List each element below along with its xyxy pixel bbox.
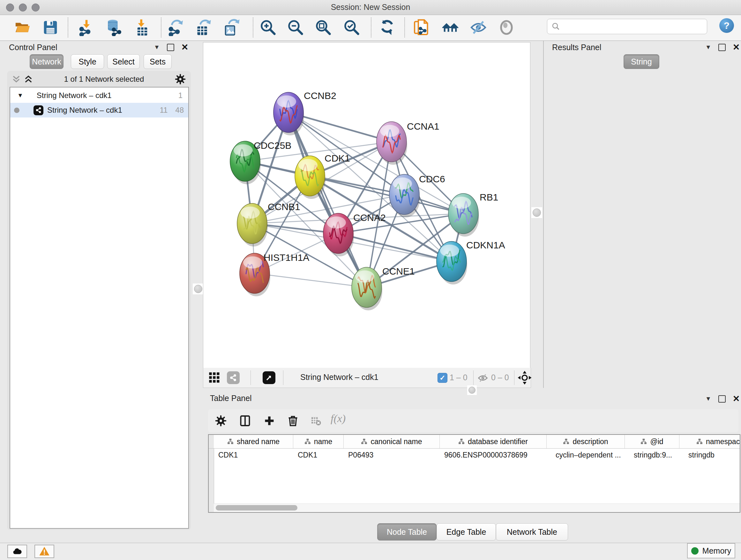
- column-header-canonical-name[interactable]: canonical name: [344, 435, 440, 448]
- tab-node-table[interactable]: Node Table: [377, 523, 436, 541]
- control-panel-title: Control Panel: [9, 43, 57, 52]
- hidden-counts: 0 – 0: [491, 373, 509, 382]
- tab-style[interactable]: Style: [71, 54, 104, 69]
- panel-collapse-icon[interactable]: ▼: [705, 44, 711, 51]
- gear-icon[interactable]: [214, 414, 228, 428]
- control-panel-window-controls: ▼ ✕: [154, 41, 188, 54]
- show-columns-icon[interactable]: [238, 414, 252, 428]
- panel-collapse-icon[interactable]: ▼: [154, 44, 160, 51]
- navigator-crosshair-icon[interactable]: [517, 370, 532, 386]
- node-HIST1H1A[interactable]: HIST1H1A: [240, 252, 309, 296]
- toolbar-separator: [251, 370, 251, 385]
- search-input[interactable]: [563, 22, 707, 31]
- cell-shared-name[interactable]: CDK1: [214, 449, 293, 461]
- node-CDK1[interactable]: CDK1: [295, 153, 350, 199]
- export-table-icon[interactable]: [194, 17, 212, 38]
- tab-select[interactable]: Select: [107, 54, 140, 69]
- toolbar-separator: [514, 370, 515, 385]
- splitter-grip[interactable]: [531, 207, 542, 218]
- panel-float-icon[interactable]: [167, 44, 174, 51]
- splitter-grip[interactable]: [193, 284, 204, 294]
- network-list-container: 1 of 1 Network selected ▼ String Network…: [7, 71, 191, 530]
- panel-close-icon[interactable]: ✕: [733, 394, 740, 404]
- memory-button[interactable]: Memory: [687, 543, 735, 558]
- zoom-fit-icon[interactable]: [314, 17, 332, 38]
- tab-network-table[interactable]: Network Table: [496, 523, 568, 541]
- table-hscrollbar[interactable]: [214, 503, 740, 512]
- refresh-icon[interactable]: [378, 17, 396, 38]
- column-header--id[interactable]: @id: [625, 435, 679, 448]
- horizontal-splitter[interactable]: [203, 388, 741, 392]
- detach-view-icon[interactable]: [263, 371, 275, 384]
- gear-icon[interactable]: [175, 74, 186, 84]
- collapse-all-icon[interactable]: [11, 74, 21, 84]
- network-view-canvas[interactable]: CCNB2CCNA1CDC25BCDK1CDC6RB1CCNB1CCNA2CDK…: [203, 42, 530, 368]
- panel-float-icon[interactable]: [718, 395, 726, 402]
- column-header-name[interactable]: name: [293, 435, 344, 448]
- column-header-namespace[interactable]: namespace: [679, 435, 740, 448]
- node-label-CCNB1: CCNB1: [268, 201, 300, 212]
- import-network-database-icon[interactable]: [105, 17, 122, 38]
- tab-sets[interactable]: Sets: [144, 54, 172, 69]
- show-graphics-eye-icon[interactable]: [497, 17, 515, 38]
- zoom-out-icon[interactable]: [286, 17, 305, 38]
- node-CCNE1[interactable]: CCNE1: [352, 266, 415, 310]
- import-network-file-icon[interactable]: [77, 17, 95, 38]
- birdseye-grid-icon[interactable]: [208, 372, 220, 385]
- function-builder-icon[interactable]: f(x): [331, 413, 346, 425]
- node-CDKN1A[interactable]: CDKN1A: [436, 240, 505, 285]
- node-CCNB1[interactable]: CCNB1: [237, 201, 300, 246]
- cell-name[interactable]: CDK1: [293, 449, 343, 461]
- right-splitter[interactable]: [530, 41, 544, 388]
- selected-checkbox-icon[interactable]: ✓: [437, 373, 448, 383]
- cell-description[interactable]: cyclin–dependent ...: [547, 449, 624, 461]
- scrollbar-thumb[interactable]: [216, 505, 297, 510]
- panel-close-icon[interactable]: ✕: [181, 42, 189, 52]
- node-CCNB2[interactable]: CCNB2: [273, 90, 336, 135]
- node-label-CCNA2: CCNA2: [353, 212, 386, 223]
- cell-database-identifier[interactable]: 9606.ENSP00000378699: [440, 449, 546, 461]
- node-RB1[interactable]: RB1: [448, 192, 498, 237]
- collection-expand-icon[interactable]: ▼: [17, 92, 23, 99]
- cloud-button[interactable]: [7, 545, 27, 558]
- column-header-database-identifier[interactable]: database identifier: [440, 435, 547, 448]
- delete-table-icon[interactable]: [309, 414, 323, 428]
- cell-canonical-name[interactable]: P06493: [344, 449, 440, 461]
- export-image-icon[interactable]: [222, 17, 240, 38]
- warning-button[interactable]: [35, 545, 54, 558]
- zoom-selected-icon[interactable]: [343, 17, 360, 38]
- column-header-description[interactable]: description: [547, 435, 625, 448]
- houses-icon[interactable]: [441, 17, 459, 38]
- cell-namespace[interactable]: stringdb: [679, 449, 740, 461]
- column-header-shared-name[interactable]: shared name: [214, 435, 293, 448]
- network-row-selected[interactable]: String Network – cdk1 11 48: [10, 103, 188, 118]
- save-session-icon[interactable]: [42, 17, 59, 38]
- export-network-icon[interactable]: [167, 17, 185, 38]
- expand-all-icon[interactable]: [23, 74, 33, 84]
- help-icon[interactable]: ?: [719, 18, 734, 33]
- node-CDC6[interactable]: CDC6: [389, 174, 445, 217]
- panel-close-icon[interactable]: ✕: [733, 42, 740, 52]
- import-table-icon[interactable]: [133, 17, 151, 38]
- cell--id[interactable]: stringdb:9...: [625, 449, 679, 461]
- tab-network[interactable]: Network: [30, 54, 64, 69]
- left-splitter[interactable]: [193, 41, 203, 388]
- search-box[interactable]: [547, 19, 707, 34]
- node-label-RB1: RB1: [480, 192, 498, 202]
- add-column-icon[interactable]: [262, 414, 276, 428]
- delete-column-trash-icon[interactable]: [286, 414, 300, 428]
- node-label-CDK1: CDK1: [325, 153, 350, 164]
- panel-collapse-icon[interactable]: ▼: [705, 395, 711, 402]
- tab-edge-table[interactable]: Edge Table: [436, 523, 496, 541]
- network-name: String Network – cdk1: [47, 106, 122, 115]
- node-table[interactable]: shared namenamecanonical namedatabase id…: [208, 434, 740, 513]
- network-collection-row[interactable]: ▼ String Network – cdk1 1: [10, 88, 188, 103]
- hide-show-eye-slash-icon[interactable]: [469, 17, 487, 38]
- toolbar-separator: [283, 370, 283, 385]
- open-session-icon[interactable]: [13, 17, 31, 38]
- zoom-in-icon[interactable]: [259, 17, 277, 38]
- annotation-document-icon[interactable]: [413, 17, 430, 38]
- tab-string-results[interactable]: String: [623, 54, 659, 69]
- string-view-icon[interactable]: [227, 371, 240, 384]
- panel-float-icon[interactable]: [718, 44, 726, 51]
